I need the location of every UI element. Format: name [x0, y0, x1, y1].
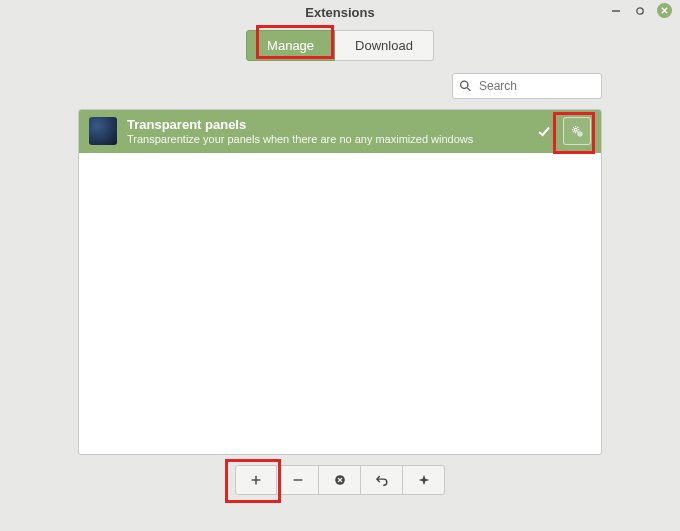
search-row — [78, 73, 602, 99]
extension-settings-button[interactable] — [563, 117, 591, 145]
undo-icon — [375, 473, 389, 487]
window-controls — [609, 3, 672, 18]
window-title: Extensions — [305, 5, 374, 20]
tab-download[interactable]: Download — [335, 30, 434, 61]
svg-point-7 — [578, 133, 581, 136]
plus-icon — [249, 473, 263, 487]
remove-button[interactable] — [277, 465, 319, 495]
add-button[interactable] — [235, 465, 277, 495]
extension-icon — [89, 117, 117, 145]
search-input[interactable] — [452, 73, 602, 99]
list-empty-area — [79, 153, 601, 454]
minus-icon — [291, 473, 305, 487]
extension-description: Transparentize your panels when there ar… — [127, 133, 525, 146]
sparkle-icon — [417, 473, 431, 487]
extension-row[interactable]: Transparent panels Transparentize your p… — [79, 110, 601, 153]
check-icon — [535, 122, 553, 140]
svg-line-5 — [467, 88, 470, 91]
delete-button[interactable] — [319, 465, 361, 495]
extension-title: Transparent panels — [127, 117, 525, 133]
maximize-button[interactable] — [633, 4, 647, 18]
minimize-button[interactable] — [609, 4, 623, 18]
search-icon — [459, 80, 472, 93]
tab-manage[interactable]: Manage — [246, 30, 335, 61]
search-wrap — [452, 73, 602, 99]
bottom-toolbar — [78, 465, 602, 495]
close-button[interactable] — [657, 3, 672, 18]
close-circle-icon — [333, 473, 347, 487]
undo-button[interactable] — [361, 465, 403, 495]
extension-text: Transparent panels Transparentize your p… — [127, 117, 525, 146]
update-button[interactable] — [403, 465, 445, 495]
tab-bar: Manage Download — [0, 24, 680, 73]
extension-list: Transparent panels Transparentize your p… — [78, 109, 602, 455]
titlebar: Extensions — [0, 0, 680, 24]
svg-point-1 — [637, 7, 643, 13]
gear-icon — [570, 124, 585, 139]
svg-point-6 — [574, 128, 577, 131]
svg-point-4 — [461, 81, 468, 88]
content-area: Transparent panels Transparentize your p… — [0, 73, 680, 495]
